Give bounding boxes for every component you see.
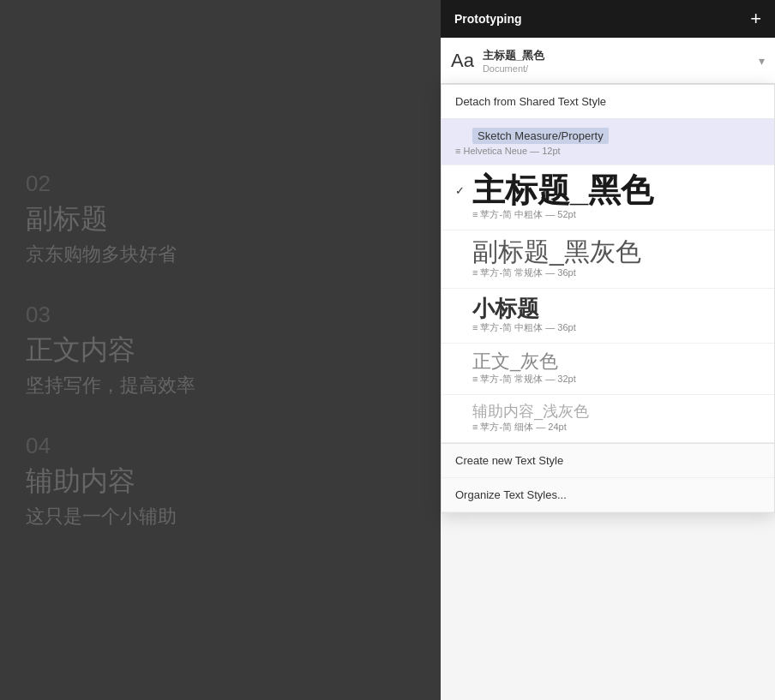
sketch-measure-header: Sketch Measure/Property (455, 128, 760, 144)
style-selector-row[interactable]: Aa 主标题_黑色 Document/ ▾ Detach from Shared… (441, 38, 775, 84)
check-mark-main: ✓ (455, 184, 467, 197)
organize-text-styles-button[interactable]: Organize Text Styles... (442, 478, 774, 512)
body-meta: ≡ 苹方-简 常规体 — 32pt (455, 373, 760, 386)
small-title-meta: ≡ 苹方-简 中粗体 — 36pt (455, 321, 760, 334)
subtitle-meta: ≡ 苹方-简 常规体 — 36pt (455, 266, 760, 279)
block-number-3: 04 (26, 433, 394, 459)
canvas-content: 02 副标题 京东购物多块好省 03 正文内容 坚持写作，提高效率 04 辅助内… (0, 0, 420, 700)
block-title-1: 副标题 (26, 200, 394, 238)
main-title-name: 主标题_黑色 (472, 174, 653, 206)
sketch-measure-name: Sketch Measure/Property (472, 128, 609, 144)
style-item-subtitle[interactable]: 副标题_黑灰色 ≡ 苹方-简 常规体 — 36pt (442, 230, 774, 289)
main-title-header: ✓ 主标题_黑色 (455, 174, 760, 206)
bottom-actions: Create new Text Style Organize Text Styl… (442, 443, 774, 512)
chevron-down-icon: ▾ (759, 54, 765, 68)
style-name: 主标题_黑色 (483, 48, 759, 63)
style-item-aux[interactable]: 辅助内容_浅灰色 ≡ 苹方-简 细体 — 24pt (442, 395, 774, 443)
style-item-main-title[interactable]: ✓ 主标题_黑色 ≡ 苹方-简 中粗体 — 52pt (442, 165, 774, 230)
content-block-2: 03 正文内容 坚持写作，提高效率 (26, 302, 394, 398)
aux-header: 辅助内容_浅灰色 (455, 404, 760, 419)
style-item-small-title[interactable]: 小标题 ≡ 苹方-简 中粗体 — 36pt (442, 289, 774, 344)
aa-prefix: Aa (451, 50, 474, 72)
style-dropdown-menu: Detach from Shared Text Style Sketch Mea… (441, 84, 775, 513)
main-title-meta: ≡ 苹方-简 中粗体 — 52pt (455, 208, 760, 221)
panel-title: Prototyping (454, 12, 522, 26)
small-title-header: 小标题 (455, 297, 760, 320)
create-text-style-button[interactable]: Create new Text Style (442, 444, 774, 478)
detach-option[interactable]: Detach from Shared Text Style (442, 85, 774, 119)
block-subtitle-2: 坚持写作，提高效率 (26, 373, 394, 398)
block-subtitle-1: 京东购物多块好省 (26, 242, 394, 267)
style-path: Document/ (483, 63, 759, 74)
aux-content-name: 辅助内容_浅灰色 (472, 404, 589, 419)
content-block-1: 02 副标题 京东购物多块好省 (26, 171, 394, 267)
subtitle-name: 副标题_黑灰色 (472, 239, 641, 265)
subtitle-header: 副标题_黑灰色 (455, 239, 760, 265)
block-title-3: 辅助内容 (26, 463, 394, 500)
right-panel: Prototyping + Aa 主标题_黑色 Document/ ▾ Deta… (441, 0, 775, 700)
content-block-3: 04 辅助内容 这只是一个小辅助 (26, 433, 394, 529)
block-title-2: 正文内容 (26, 332, 394, 369)
sketch-measure-meta: ≡ Helvetica Neue — 12pt (455, 146, 760, 156)
body-header: 正文_灰色 (455, 352, 760, 371)
style-info: 主标题_黑色 Document/ (483, 48, 759, 74)
block-number-1: 02 (26, 171, 394, 197)
aux-meta: ≡ 苹方-简 细体 — 24pt (455, 421, 760, 434)
small-title-name: 小标题 (472, 297, 539, 320)
style-item-body[interactable]: 正文_灰色 ≡ 苹方-简 常规体 — 32pt (442, 344, 774, 395)
style-list: Sketch Measure/Property ≡ Helvetica Neue… (442, 119, 774, 443)
style-item-sketch-measure[interactable]: Sketch Measure/Property ≡ Helvetica Neue… (442, 119, 774, 165)
panel-add-button[interactable]: + (750, 9, 761, 28)
block-number-2: 03 (26, 302, 394, 328)
body-text-name: 正文_灰色 (472, 352, 558, 371)
block-subtitle-3: 这只是一个小辅助 (26, 504, 394, 529)
panel-header: Prototyping + (441, 0, 775, 38)
